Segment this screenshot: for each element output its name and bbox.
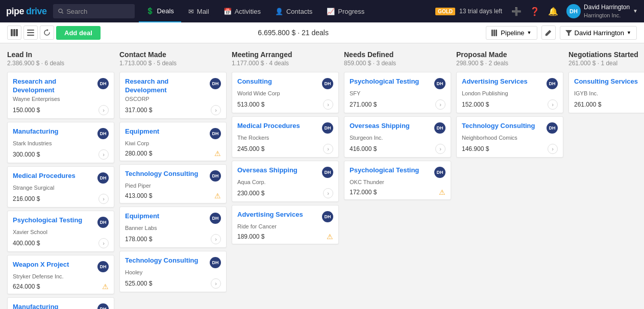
next-arrow-icon[interactable]: ›: [548, 144, 558, 154]
deal-card[interactable]: Technology Consulting DH Hooley 525.000 …: [119, 251, 227, 292]
deal-card[interactable]: Psychological Testing DH SFY 271.000 $ ›: [344, 72, 451, 113]
deal-company: World Wide Corp: [237, 90, 333, 96]
deal-title[interactable]: Consulting: [237, 78, 319, 86]
deal-title[interactable]: Medical Procedures: [13, 172, 94, 181]
user-section[interactable]: DH David Harrington Harrington Inc. ▼: [566, 4, 638, 19]
deal-card[interactable]: Medical Procedures DH The Rockers 245.00…: [232, 116, 339, 158]
deal-footer: 245.000 $ ›: [237, 144, 333, 154]
next-arrow-icon[interactable]: ›: [323, 99, 333, 110]
deal-card[interactable]: Consulting Services DH IGYB Inc. 261.000…: [568, 72, 644, 113]
deal-title[interactable]: Equipment: [125, 212, 207, 221]
deal-avatar: DH: [97, 261, 109, 272]
deal-card-header: Psychological Testing DH: [350, 78, 445, 89]
filter-dropdown[interactable]: David Harrington ▼: [560, 26, 637, 40]
next-arrow-icon[interactable]: ›: [435, 144, 445, 154]
deal-card-header: Manufacturing DH: [13, 303, 109, 309]
deal-card[interactable]: Psychological Testing DH Xavier School 4…: [7, 211, 114, 252]
user-info: David Harrington Harrington Inc.: [584, 4, 630, 19]
deal-title[interactable]: Equipment: [125, 127, 207, 136]
deal-card[interactable]: Manufacturing DH Degeneration X 696.900 …: [7, 297, 114, 309]
deal-avatar: DH: [97, 303, 109, 309]
deal-card[interactable]: Consulting DH World Wide Corp 513.000 $ …: [232, 72, 339, 113]
edit-pipeline-btn[interactable]: [541, 25, 556, 40]
deal-avatar: DH: [210, 257, 221, 268]
deal-avatar: DH: [322, 167, 333, 178]
deal-title[interactable]: Psychological Testing: [13, 216, 94, 225]
next-arrow-icon[interactable]: ›: [98, 149, 109, 160]
deal-title[interactable]: Weapon X Project: [13, 261, 94, 269]
next-arrow-icon[interactable]: ›: [323, 188, 333, 198]
add-icon-btn[interactable]: ➕: [508, 3, 525, 19]
nav-activities[interactable]: 📅 Activities: [216, 0, 268, 22]
deal-card[interactable]: Weapon X Project DH Stryker Defense Inc.…: [7, 255, 114, 294]
search-input[interactable]: [66, 8, 129, 15]
deal-card[interactable]: Psychological Testing DH OKC Thunder 172…: [344, 161, 451, 200]
deal-title[interactable]: Technology Consulting: [462, 122, 543, 131]
next-arrow-icon[interactable]: ›: [211, 278, 221, 289]
deal-card[interactable]: Technology Consulting DH Neighborhood Co…: [456, 116, 563, 158]
nav-progress[interactable]: 📈 Progress: [319, 0, 371, 22]
column-cards-needs-defined: Psychological Testing DH SFY 271.000 $ ›…: [344, 72, 451, 200]
svg-line-1: [62, 12, 63, 13]
deal-card[interactable]: Advertising Services DH London Publishin…: [456, 72, 563, 113]
deal-card[interactable]: Medical Procedures DH Strange Surgical 2…: [7, 166, 114, 208]
nav-progress-label: Progress: [338, 8, 364, 15]
deal-amount: 150.000 $: [13, 107, 40, 114]
deal-title[interactable]: Research and Development: [125, 78, 207, 95]
deal-title[interactable]: Manufacturing: [13, 303, 94, 309]
deal-title[interactable]: Psychological Testing: [350, 78, 431, 86]
avatar-initials: DH: [569, 8, 578, 14]
pipeline-chevron-icon: ▼: [527, 30, 532, 35]
deal-avatar: DH: [322, 122, 333, 134]
deal-title[interactable]: Overseas Shipping: [237, 166, 319, 175]
nav-mail[interactable]: ✉ Mail: [181, 0, 216, 22]
deal-amount: 178.000 $: [125, 236, 152, 243]
deal-card[interactable]: Equipment DH Kiwi Corp 280.000 $ ⚠: [119, 122, 227, 161]
next-arrow-icon[interactable]: ›: [98, 105, 109, 115]
deal-card[interactable]: Research and Development DH OSCORP 317.0…: [119, 72, 227, 119]
pipeline-dropdown[interactable]: Pipeline ▼: [486, 26, 537, 40]
deal-card[interactable]: Technology Consulting DH Pied Piper 413.…: [119, 164, 227, 203]
nav-deals[interactable]: 💲 Deals: [139, 0, 181, 22]
deal-title[interactable]: Psychological Testing: [350, 166, 431, 175]
refresh-btn[interactable]: [40, 25, 54, 40]
add-deal-button[interactable]: Add deal: [56, 26, 101, 40]
deal-title[interactable]: Advertising Services: [462, 78, 543, 86]
next-arrow-icon[interactable]: ›: [98, 194, 109, 204]
deal-title[interactable]: Technology Consulting: [125, 170, 207, 178]
nav-contacts[interactable]: 👤 Contacts: [268, 0, 319, 22]
trial-text: 13 trial days left: [459, 8, 502, 15]
help-icon-btn[interactable]: ❓: [527, 3, 543, 19]
deal-card[interactable]: Manufacturing DH Stark Industries 300.00…: [7, 122, 114, 163]
kanban-view-btn[interactable]: [7, 25, 21, 40]
next-arrow-icon[interactable]: ›: [435, 99, 445, 110]
svg-point-0: [58, 9, 62, 13]
notifications-icon-btn[interactable]: 🔔: [545, 3, 561, 19]
next-arrow-icon[interactable]: ›: [211, 234, 221, 244]
deal-title[interactable]: Consulting Services: [574, 78, 644, 86]
deal-card[interactable]: Overseas Shipping DH Sturgeon Inc. 416.0…: [344, 116, 451, 158]
next-arrow-icon[interactable]: ›: [548, 99, 558, 110]
next-arrow-icon[interactable]: ›: [323, 144, 333, 154]
deal-card[interactable]: Overseas Shipping DH Aqua Corp. 230.000 …: [232, 161, 339, 202]
deal-company: Stark Industries: [13, 140, 109, 146]
next-arrow-icon[interactable]: ›: [98, 238, 109, 248]
deal-company: SFY: [350, 90, 445, 96]
column-title: Negotiations Started: [568, 50, 644, 59]
deal-title[interactable]: Medical Procedures: [237, 122, 319, 131]
deal-card[interactable]: Advertising Services DH Ride for Cancer …: [232, 205, 339, 244]
deal-avatar: DH: [210, 213, 221, 224]
deal-title[interactable]: Overseas Shipping: [350, 122, 431, 131]
deal-amount: 172.000 $: [350, 189, 377, 196]
next-arrow-icon[interactable]: ›: [211, 105, 221, 115]
deal-card-header: Advertising Services DH: [462, 78, 558, 89]
deal-title[interactable]: Technology Consulting: [125, 256, 207, 265]
deal-card-header: Psychological Testing DH: [13, 216, 109, 228]
deal-card[interactable]: Research and Development DH Wayne Enterp…: [7, 72, 114, 119]
list-view-btn[interactable]: [23, 25, 38, 40]
deal-title[interactable]: Advertising Services: [237, 211, 319, 219]
deal-title[interactable]: Research and Development: [13, 78, 94, 95]
deal-title[interactable]: Manufacturing: [13, 127, 94, 136]
search-box[interactable]: [53, 4, 135, 18]
deal-card[interactable]: Equipment DH Banner Labs 178.000 $ ›: [119, 207, 227, 248]
